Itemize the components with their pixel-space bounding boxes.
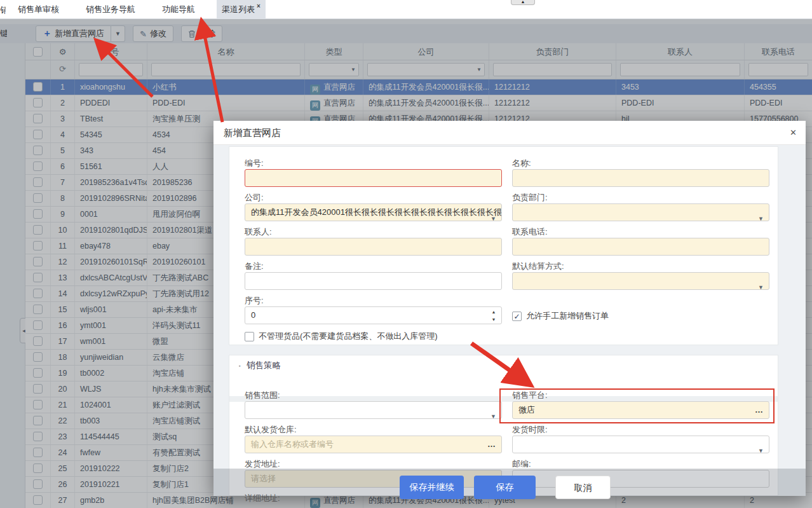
company-select[interactable]: 的集成11开发会员420001很长很长很长很长很长很长很长很长很长很长很长很长▼ — [245, 203, 502, 221]
ellipsis-icon[interactable]: … — [487, 436, 496, 453]
name-label: 名称: — [512, 158, 531, 169]
contact-label: 联系人: — [245, 226, 272, 238]
phone-label: 联系电话: — [512, 226, 548, 238]
remark-label: 备注: — [245, 261, 264, 272]
name-field[interactable] — [512, 169, 769, 187]
checkbox-unchecked[interactable] — [245, 332, 254, 341]
app-screen: 销 销售单审核 销售业务导航 功能导航 渠道列表 × ▲ 键 ＋ 新增直营网店 — [0, 0, 812, 508]
spinner-down-icon[interactable]: ▼ — [490, 316, 497, 324]
seq-label: 序号: — [245, 295, 264, 306]
tab-sales-business-nav[interactable]: 销售业务导航 — [81, 0, 140, 19]
ship-limit-select[interactable]: ▼ — [512, 436, 769, 453]
contact-field[interactable] — [245, 238, 502, 256]
chevron-down-icon: ▼ — [491, 408, 496, 419]
cancel-button[interactable]: 取消 — [555, 476, 611, 499]
settle-label: 默认结算方式: — [512, 261, 564, 272]
collapse-up-handle[interactable]: ▲ — [511, 0, 535, 5]
chevron-down-icon: ▼ — [491, 210, 496, 221]
close-icon[interactable]: ✕ — [790, 121, 797, 145]
platform-label: 销售平台: — [512, 390, 548, 401]
spinner-up-icon[interactable]: ▲ — [490, 308, 497, 316]
tab-bar: 销 销售单审核 销售业务导航 功能导航 渠道列表 × ▲ — [0, 0, 812, 19]
platform-lookup[interactable]: 微店… — [512, 401, 769, 419]
save-button[interactable]: 保存 — [474, 476, 536, 499]
clipped-tab-fragment: 销 — [0, 4, 6, 16]
ship-limit-label: 发货时限: — [512, 424, 548, 436]
tab-sales-order-review[interactable]: 销售单审核 — [13, 0, 64, 19]
remark-field[interactable] — [245, 272, 502, 290]
no-goods-checkbox[interactable]: 不管理货品(不需要建货品档案、不做出入库管理) — [245, 331, 438, 342]
company-label: 公司: — [245, 192, 264, 203]
tab-close-icon[interactable]: × — [257, 3, 261, 10]
chevron-down-icon: ▼ — [758, 443, 764, 453]
add-direct-shop-dialog: 新增直营网店 ✕ 编号: 名称: 公司: 的集成11开发会员420001很长很长… — [213, 121, 806, 496]
collapse-up-icon: ▲ — [521, 0, 525, 4]
dialog-title: 新增直营网店 — [224, 121, 281, 145]
tab-function-nav[interactable]: 功能导航 — [157, 0, 200, 19]
phone-field[interactable] — [512, 238, 769, 256]
chevron-down-icon: ▼ — [758, 279, 764, 290]
save-and-continue-button[interactable]: 保存并继续 — [400, 476, 464, 499]
checkbox-checked[interactable]: ✓ — [512, 312, 522, 321]
code-label: 编号: — [245, 158, 264, 169]
scope-select[interactable]: ▼ — [245, 401, 502, 419]
tab-channel-list[interactable]: 渠道列表 × — [217, 0, 266, 19]
dialog-header: 新增直营网店 ✕ — [213, 121, 806, 145]
settle-select[interactable]: ▼ — [512, 272, 769, 290]
allow-manual-order-checkbox[interactable]: ✓ 允许手工新增销售订单 — [512, 310, 609, 322]
chevron-down-icon: ▼ — [758, 210, 764, 221]
ellipsis-icon[interactable]: … — [755, 402, 764, 418]
section-marker-icon: ▪ — [239, 363, 241, 369]
sales-strategy-title: 销售策略 — [247, 360, 281, 371]
dept-select[interactable]: ▼ — [512, 203, 769, 221]
warehouse-lookup[interactable]: 输入仓库名称或者编号… — [245, 436, 502, 453]
warehouse-label: 默认发货仓库: — [245, 424, 297, 436]
scope-label: 销售范围: — [245, 390, 280, 401]
dept-label: 负责部门: — [512, 192, 548, 203]
spinner-arrows[interactable]: ▲ ▼ — [490, 308, 497, 324]
code-field[interactable] — [245, 169, 502, 187]
seq-spinner[interactable]: 0 ▲ ▼ — [245, 306, 502, 324]
dialog-body: 编号: 名称: 公司: 的集成11开发会员420001很长很长很长很长很长很长很… — [213, 145, 806, 496]
